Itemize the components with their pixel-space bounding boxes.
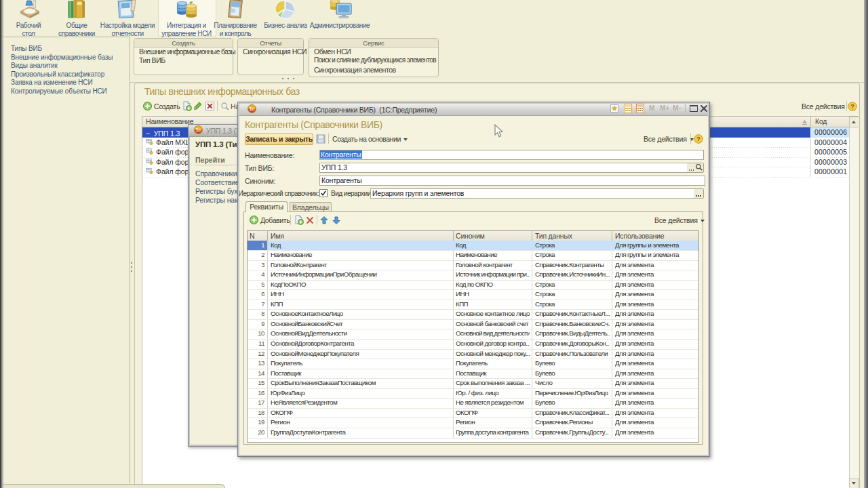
svg-text:1c: 1c — [195, 127, 201, 133]
svg-text:?: ? — [850, 102, 854, 110]
svg-text:?: ? — [696, 135, 701, 142]
svg-text:1c: 1c — [249, 106, 254, 112]
